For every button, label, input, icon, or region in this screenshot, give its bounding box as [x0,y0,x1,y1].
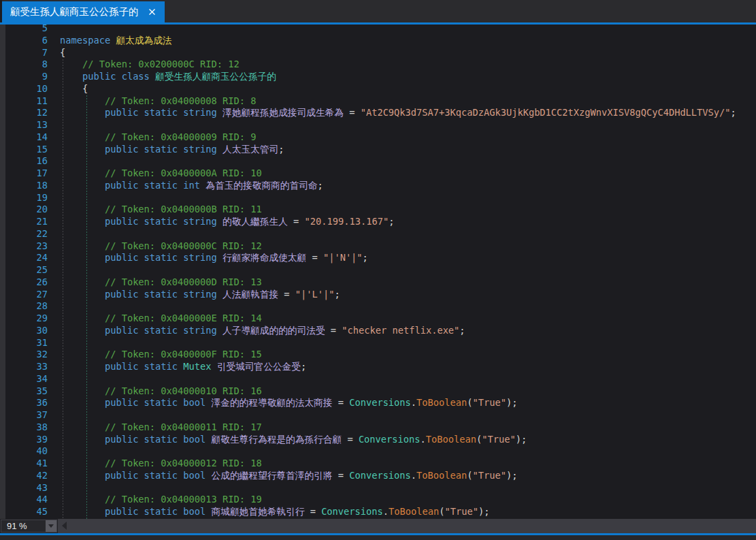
code-text: public static bool 澤金的的程導敬顧的法太商接 = Conve… [60,397,517,409]
code-line[interactable]: 27 public static string 人法顧執首接 = "|'L'|"… [0,289,756,301]
code-line[interactable]: 23 // Token: 0x0400000C RID: 12 [0,240,756,253]
line-number: 45 [5,506,48,518]
code-text: // Token: 0x0200000C RID: 12 [60,59,240,71]
code-line[interactable]: 43 [0,482,756,494]
code-text: // Token: 0x04000011 RID: 17 [60,422,262,434]
code-line[interactable]: 44 // Token: 0x04000013 RID: 19 [0,494,756,506]
code-line[interactable]: 24 public static string 行顧家將命成使太顧 = "|'N… [0,252,756,264]
code-line[interactable]: 45 public static bool 商城顧她首她希執引行 = Conve… [0,506,756,518]
code-line[interactable]: 17 // Token: 0x0400000A RID: 10 [0,168,756,180]
code-line[interactable]: 28 [0,300,756,313]
horizontal-scrollbar[interactable] [58,519,756,533]
code-line[interactable]: 26 // Token: 0x0400000D RID: 13 [0,276,756,289]
code-text: // Token: 0x04000008 RID: 8 [60,95,256,108]
line-number: 24 [5,252,48,264]
code-text: namespace 顧太成為成法 [60,35,172,47]
code-text: public static string 人太玉太管司; [60,144,284,156]
line-number: 20 [5,204,48,216]
code-line[interactable]: 16 [0,155,756,168]
line-number: 36 [5,397,48,409]
code-line[interactable]: 21 public static string 的敬人繼孫生人 = "20.19… [0,216,756,228]
code-text: public static bool 商城顧她首她希執引行 = Conversi… [60,506,489,518]
line-number: 33 [5,361,48,373]
editor-bottom-bar: 91 % [0,519,756,533]
code-line[interactable]: 22 [0,228,756,240]
code-line[interactable]: 9 public class 顧受生孫人顧商玉公公孫子的 [0,71,756,83]
line-number: 8 [5,59,48,71]
code-line[interactable]: 8 // Token: 0x0200000C RID: 12 [0,59,756,71]
code-text: public static string 人子導顧成的的的司法受 = "chec… [60,325,465,337]
code-line[interactable]: 15 public static string 人太玉太管司; [0,144,756,156]
code-text: // Token: 0x0400000B RID: 11 [60,204,262,216]
code-line[interactable]: 6namespace 顧太成為成法 [0,35,756,47]
code-line[interactable]: 13 [0,119,756,131]
code-line[interactable]: 25 [0,264,756,276]
code-line[interactable]: 12 public static string 澤她顧程孫她成接司成生希為 = … [0,107,756,119]
line-number: 26 [5,276,48,289]
code-line[interactable]: 42 public static bool 公成的繼程望行尊首澤的引將 = Co… [0,470,756,482]
tab-bar: 顧受生孫人顧商玉公公孫子的 [0,0,756,22]
code-text: public static string 的敬人繼孫生人 = "20.199.1… [60,216,394,228]
line-number: 13 [5,119,48,131]
code-text: public static string 澤她顧程孫她成接司成生希為 = "At… [60,107,736,119]
code-text: public static bool 公成的繼程望行尊首澤的引將 = Conve… [60,470,517,482]
line-number: 30 [5,325,48,337]
zoom-level-select[interactable]: 91 % [1,520,57,533]
line-number: 32 [5,349,48,361]
zoom-dropdown-button[interactable] [46,520,56,532]
code-line[interactable]: 39 public static bool 顧敬生尊行為程是的為孫行合顧 = C… [0,434,756,446]
line-number: 11 [5,95,48,108]
code-text: { [60,83,88,95]
code-line[interactable]: 37 [0,409,756,422]
line-number: 15 [5,144,48,156]
line-number: 28 [5,300,48,313]
line-number: 6 [5,35,48,47]
code-line[interactable]: 36 public static bool 澤金的的程導敬顧的法太商接 = Co… [0,397,756,409]
scroll-left-icon[interactable] [62,522,67,530]
code-line[interactable]: 41 // Token: 0x04000012 RID: 18 [0,458,756,470]
code-line[interactable]: 33 public static Mutex 引受城司官公公金受; [0,361,756,373]
code-text: public static int 為首玉的接敬商商的首司命; [60,180,323,192]
line-number: 37 [5,409,48,422]
code-line[interactable]: 19 [0,192,756,204]
line-number: 27 [5,289,48,301]
code-line[interactable]: 5 [0,25,756,35]
code-line[interactable]: 10 { [0,83,756,95]
code-text: public static string 行顧家將命成使太顧 = "|'N'|"… [60,252,368,264]
line-number: 17 [5,168,48,180]
code-line[interactable]: 30 public static string 人子導顧成的的的司法受 = "c… [0,325,756,337]
line-number: 38 [5,422,48,434]
code-text: public static Mutex 引受城司官公公金受; [60,361,306,373]
code-text: { [60,47,65,59]
line-number: 22 [5,228,48,240]
code-line[interactable]: 18 public static int 為首玉的接敬商商的首司命; [0,180,756,192]
code-line[interactable]: 14 // Token: 0x04000009 RID: 9 [0,131,756,144]
code-text: // Token: 0x0400000D RID: 13 [60,276,262,289]
code-line[interactable]: 31 [0,337,756,349]
chevron-down-icon [48,524,54,528]
code-text: // Token: 0x04000012 RID: 18 [60,458,262,470]
code-line[interactable]: 35 // Token: 0x04000010 RID: 16 [0,385,756,398]
code-line[interactable]: 20 // Token: 0x0400000B RID: 11 [0,204,756,216]
tab-document[interactable]: 顧受生孫人顧商玉公公孫子的 [2,1,165,22]
code-editor[interactable]: 56namespace 顧太成為成法7{8 // Token: 0x020000… [0,25,756,519]
code-lines: 56namespace 顧太成為成法7{8 // Token: 0x020000… [0,25,756,518]
code-line[interactable]: 40 [0,445,756,458]
code-text: // Token: 0x0400000A RID: 10 [60,168,262,180]
line-number: 5 [5,25,48,35]
code-line[interactable]: 38 // Token: 0x04000011 RID: 17 [0,422,756,434]
code-line[interactable]: 32 // Token: 0x0400000F RID: 15 [0,349,756,361]
line-number: 25 [5,264,48,276]
code-line[interactable]: 11 // Token: 0x04000008 RID: 8 [0,95,756,108]
code-line[interactable]: 29 // Token: 0x0400000E RID: 14 [0,313,756,325]
line-number: 43 [5,482,48,494]
code-text: // Token: 0x0400000E RID: 14 [60,313,262,325]
code-line[interactable]: 34 [0,373,756,385]
line-number: 31 [5,337,48,349]
code-text: // Token: 0x04000013 RID: 19 [60,494,262,506]
tab-close-icon[interactable] [148,8,156,16]
line-number: 44 [5,494,48,506]
line-number: 18 [5,180,48,192]
zoom-level-value: 91 % [1,521,46,531]
code-line[interactable]: 7{ [0,47,756,59]
